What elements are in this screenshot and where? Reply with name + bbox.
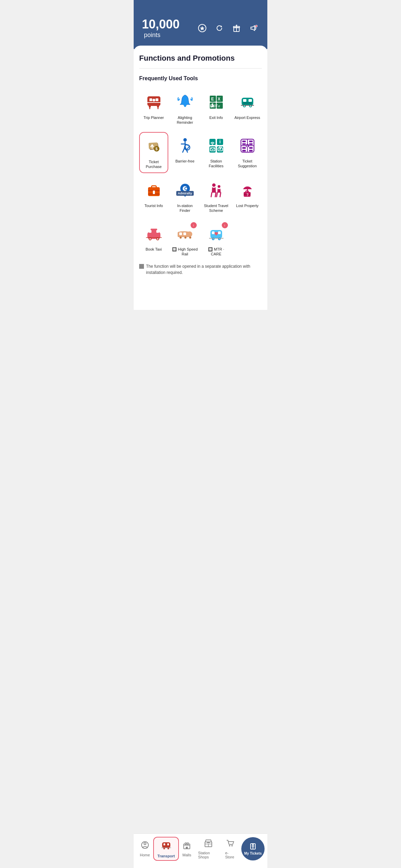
svg-rect-56 [249,143,253,145]
svg-line-76 [220,193,221,197]
svg-text:$: $ [155,147,157,151]
svg-rect-97 [212,231,215,234]
svg-point-46 [212,144,213,145]
svg-point-71 [212,183,216,187]
svg-text:X: X [218,97,220,101]
tool-label-alighting-reminder: Alighting Reminder [172,115,198,125]
admiralty-label: Admiralty [176,191,194,196]
tool-book-taxi[interactable]: Book Taxi [139,220,168,260]
svg-rect-83 [149,230,151,233]
svg-point-9 [153,99,155,101]
refresh-icon[interactable] [214,23,225,34]
gift-icon[interactable] [231,23,242,34]
svg-rect-28 [248,99,252,102]
svg-point-93 [180,237,182,239]
svg-rect-27 [243,99,246,102]
svg-point-40 [183,138,187,142]
megaphone-icon[interactable] [248,23,259,34]
tool-lost-property[interactable]: ? Lost Property [233,177,262,217]
mtr-care-badge: ↓ [222,222,228,228]
tool-tourist-info[interactable]: Tourist Info [139,177,168,217]
svg-text:?: ? [246,193,248,197]
tool-in-station-finder[interactable]: Admiralty In-station Finder [170,177,199,217]
tool-ticket-purchase[interactable]: $ Ticket Purchase [139,132,168,173]
tool-label-high-speed-rail: 🔲 High Speed Rail [172,247,198,257]
tool-mtr-care[interactable]: ↓ 🔲 MTR · CARE [202,220,231,260]
svg-rect-59 [242,150,246,152]
svg-point-94 [184,237,186,239]
points-display: 10,000 points [142,17,197,39]
section-title: Functions and Promotions [139,54,262,63]
svg-rect-91 [179,232,182,235]
svg-point-74 [218,185,220,188]
svg-text:EXIT: EXIT [210,104,218,108]
tool-student-travel-scheme[interactable]: Student Travel Scheme [202,177,231,217]
svg-rect-8 [156,98,158,101]
section-subtitle [139,64,262,69]
tools-grid: Trip Planner Alighting Re [139,88,262,260]
svg-text:IT: IT [218,105,220,108]
svg-rect-53 [242,141,246,142]
svg-text:E: E [211,97,214,101]
svg-marker-1 [200,26,205,31]
svg-rect-60 [249,150,253,152]
svg-point-95 [189,237,191,239]
tool-label-book-taxi: Book Taxi [146,247,162,252]
tool-label-student-travel-scheme: Student Travel Scheme [203,203,229,213]
note-section: The function will be opened in a separat… [139,263,262,276]
frequently-used-title: Frequently Used Tools [139,75,262,82]
svg-point-16 [184,105,186,107]
svg-line-75 [217,193,217,197]
svg-point-90 [187,231,192,237]
tool-trip-planner[interactable]: Trip Planner [139,88,168,129]
header: 10,000 points [134,0,267,49]
star-icon[interactable] [197,23,208,34]
svg-rect-29 [243,103,252,104]
svg-rect-54 [249,141,253,142]
tool-label-trip-planner: Trip Planner [144,115,164,120]
tool-label-mtr-care: 🔲 MTR · CARE [203,247,229,257]
svg-point-5 [255,25,257,27]
tool-label-lost-property: Lost Property [236,203,258,208]
svg-rect-7 [149,98,152,101]
tool-label-station-facilities: Station Facilities [203,159,229,169]
svg-rect-67 [153,191,155,194]
svg-rect-57 [242,147,246,149]
tool-label-ticket-purchase: Ticket Purchase [141,159,166,169]
svg-line-73 [215,193,216,197]
points-label: points [144,32,160,38]
tool-label-in-station-finder: In-station Finder [172,203,198,213]
svg-point-101 [212,238,214,239]
svg-line-72 [211,193,212,197]
svg-rect-55 [242,143,246,145]
high-speed-rail-badge: ↓ [191,222,197,228]
header-icons [197,23,259,34]
tool-label-barrier-free: Barrier-free [175,159,195,164]
svg-text:$: $ [246,145,248,148]
svg-point-102 [219,238,220,239]
svg-rect-84 [156,230,159,233]
tool-ticket-suggestion[interactable]: $ Ticket Suggestion [233,132,262,173]
tool-high-speed-rail[interactable]: ↓ 🔲 High Speed Rail [170,220,199,260]
tool-station-facilities[interactable]: i Station Facilities [202,132,231,173]
svg-rect-98 [218,231,221,234]
svg-point-88 [157,238,158,240]
tool-exit-info[interactable]: E X IT EXIT Exit Info [202,88,231,129]
svg-text:i: i [219,139,221,144]
note-text: The function will be opened in a separat… [146,263,262,276]
tool-airport-express[interactable]: Airport Express [233,88,262,129]
svg-rect-58 [249,147,253,149]
tool-label-tourist-info: Tourist Info [145,203,163,208]
tool-alighting-reminder[interactable]: Alighting Reminder [170,88,199,129]
tool-label-exit-info: Exit Info [209,115,223,120]
svg-rect-92 [183,232,186,235]
tool-label-ticket-suggestion: Ticket Suggestion [234,159,260,169]
tool-label-airport-express: Airport Express [234,115,260,120]
svg-rect-64 [151,186,156,188]
tool-barrier-free[interactable]: Barrier-free [170,132,199,173]
main-content: Functions and Promotions Frequently Used… [134,46,267,310]
svg-point-87 [149,238,151,240]
points-value: 10,000 [142,17,180,31]
note-icon [139,264,144,269]
